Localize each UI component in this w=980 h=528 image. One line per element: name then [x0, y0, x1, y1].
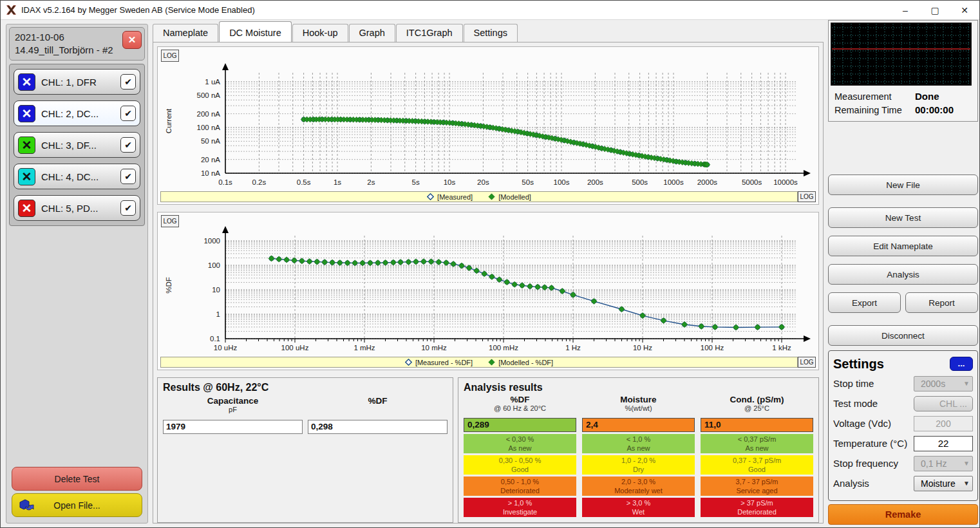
channel-color-x-icon: ✕: [18, 137, 35, 154]
current-chart-panel: LOG1 uA500 nA200 nA100 nA50 nA20 nA10 nA…: [157, 46, 819, 205]
channel-list: ✕CHL: 1, DFR✔✕CHL: 2, DC...✔✕CHL: 3, DF.…: [9, 64, 145, 226]
svg-text:2s: 2s: [367, 178, 375, 186]
svg-text:100 nA: 100 nA: [197, 124, 221, 131]
channel-item-1[interactable]: ✕CHL: 1, DFR✔: [14, 69, 140, 95]
analysis-title: Analysis results: [464, 382, 813, 393]
channel-checkbox[interactable]: ✔: [120, 74, 136, 90]
maximize-icon[interactable]: ▢: [920, 1, 950, 20]
stop-frequency-label: Stop frequency: [833, 458, 914, 469]
temperature-label: Temperature (°C): [833, 438, 914, 449]
analysis-band-yellow: 0,37 - 3,7 pS/mGood: [701, 455, 813, 475]
temperature-field[interactable]: 22: [914, 436, 973, 451]
channel-label: CHL: 1, DFR: [35, 77, 120, 88]
svg-text:200 nA: 200 nA: [197, 110, 221, 118]
df-vs-frequency-plot: 10001001010.110 uHz100 uHz1 mHz10 mHz100…: [161, 212, 815, 357]
svg-text:20 nA: 20 nA: [201, 156, 220, 164]
analysis-column-header: %DF: [464, 395, 576, 404]
analysis-panel: Analysis results %DF@ 60 Hz & 20°C0,289<…: [458, 377, 819, 523]
chevron-down-icon: ▼: [963, 460, 970, 467]
main-content: NameplateDC MoistureHook-upGraphITC1Grap…: [153, 23, 824, 523]
legend-item-measured: [Measured - %DF]: [405, 359, 473, 366]
svg-text:10 uHz: 10 uHz: [214, 344, 238, 352]
stop-time-label: Stop time: [833, 378, 914, 389]
settings-title: Settings: [833, 357, 884, 372]
modelled-marker-icon: [488, 359, 495, 366]
channel-item-3[interactable]: ✕CHL: 3, DF...✔: [14, 132, 140, 158]
analysis-button[interactable]: Analysis: [828, 264, 978, 285]
channel-checkbox[interactable]: ✔: [120, 200, 136, 216]
results-panel: Results @ 60Hz, 22°C Capacitance pF 1979…: [157, 377, 453, 523]
log-scale-toggle[interactable]: LOG: [798, 357, 816, 368]
svg-text:0.1s: 0.1s: [218, 178, 232, 186]
minimize-icon[interactable]: –: [890, 1, 920, 20]
channel-checkbox[interactable]: ✔: [120, 137, 136, 153]
analysis-column-header: Cond. (pS/m): [701, 395, 813, 404]
channel-color-x-icon: ✕: [18, 168, 35, 185]
analysis-column-subheader: %(wt/wt): [582, 404, 695, 414]
chart-legend-row: [Measured][Modelled]LOG: [160, 191, 816, 202]
stop-time-select: 2000s▼: [914, 376, 973, 391]
edit-nameplate-button[interactable]: Edit Nameplate: [828, 236, 978, 256]
svg-text:10 Hz: 10 Hz: [633, 344, 652, 352]
analysis-value: 0,289: [464, 418, 576, 432]
legend-item-modelled: [Modelled]: [488, 193, 531, 201]
chevron-down-icon: ▼: [963, 480, 970, 487]
svg-text:1: 1: [216, 310, 220, 318]
open-file-button[interactable]: Open File...: [12, 493, 142, 517]
tab-nameplate[interactable]: Nameplate: [153, 24, 218, 42]
log-scale-toggle[interactable]: LOG: [161, 215, 179, 227]
settings-panel: Settings ... Stop time 2000s▼ Test mode …: [828, 350, 978, 501]
capacitance-value: 1979: [163, 420, 303, 434]
measurement-status-box: Measurement Done Remaining Time 00:00:00: [828, 20, 978, 122]
analysis-band-red: > 3,0 %Wet: [582, 498, 695, 517]
channel-color-x-icon: ✕: [18, 73, 35, 91]
export-button[interactable]: Export: [828, 292, 901, 313]
df-chart-panel: LOG10001001010.110 uHz100 uHz1 mHz10 mHz…: [157, 212, 819, 370]
remaining-time-label: Remaining Time: [834, 105, 915, 115]
new-test-button[interactable]: New Test: [828, 207, 978, 228]
tab-settings[interactable]: Settings: [464, 24, 518, 42]
results-title: Results @ 60Hz, 22°C: [163, 382, 448, 393]
report-button[interactable]: Report: [905, 292, 978, 313]
svg-text:1 uA: 1 uA: [205, 78, 220, 86]
tab-hook-up[interactable]: Hook-up: [292, 24, 348, 42]
test-mode-label: Test mode: [833, 398, 914, 409]
log-scale-toggle[interactable]: LOG: [161, 50, 179, 62]
channel-item-4[interactable]: ✕CHL: 4, DC...✔: [14, 164, 140, 189]
app-window: IDAX v5.2.164 by Megger Sweden AB (Servi…: [0, 0, 980, 528]
svg-text:%DF: %DF: [165, 277, 173, 294]
svg-text:100s: 100s: [554, 178, 570, 186]
disconnect-button[interactable]: Disconnect: [828, 325, 978, 346]
tab-itc1graph[interactable]: ITC1Graph: [396, 24, 463, 42]
analysis-column-2: Moisture%(wt/wt)2,4< 1,0 %As new1,0 - 2,…: [582, 395, 695, 517]
chart-legend: [Measured][Modelled]: [160, 191, 798, 202]
analysis-band-orange: 3,7 - 37 pS/mService aged: [701, 476, 813, 496]
svg-text:100: 100: [208, 261, 220, 269]
open-file-card: 2021-10-06 14.49_till_Torbjörn - #2 ✕: [9, 27, 145, 61]
title-bar: IDAX v5.2.164 by Megger Sweden AB (Servi…: [1, 1, 979, 20]
tab-graph[interactable]: Graph: [349, 24, 395, 42]
settings-more-button[interactable]: ...: [950, 357, 973, 371]
svg-text:200s: 200s: [587, 178, 603, 186]
close-icon[interactable]: ✕: [950, 1, 979, 20]
channel-checkbox[interactable]: ✔: [120, 106, 136, 121]
analysis-type-select[interactable]: Moisture▼: [914, 476, 973, 491]
analysis-band-yellow: 0,30 - 0,50 %Good: [464, 455, 576, 475]
channel-item-5[interactable]: ✕CHL: 5, PD...✔: [14, 195, 140, 221]
channel-item-2[interactable]: ✕CHL: 2, DC...✔: [14, 100, 140, 126]
tab-dc-moisture[interactable]: DC Moisture: [219, 21, 292, 42]
file-close-button[interactable]: ✕: [122, 31, 142, 49]
svg-text:1s: 1s: [334, 178, 341, 186]
analysis-band-green: < 0,30 %As new: [464, 434, 576, 453]
svg-text:10 mHz: 10 mHz: [421, 344, 447, 352]
dc-moisture-tab-body: LOG1 uA500 nA200 nA100 nA50 nA20 nA10 nA…: [153, 42, 824, 523]
current-vs-time-plot: 1 uA500 nA200 nA100 nA50 nA20 nA10 nA0.1…: [161, 47, 815, 191]
remake-button[interactable]: Remake: [828, 504, 978, 525]
log-scale-toggle[interactable]: LOG: [798, 191, 816, 202]
sidebar: 2021-10-06 14.49_till_Torbjörn - #2 ✕ ✕C…: [6, 24, 148, 523]
new-file-button[interactable]: New File: [828, 174, 978, 195]
chart-legend: [Measured - %DF][Modelled - %DF]: [160, 357, 798, 368]
svg-text:20s: 20s: [477, 178, 489, 186]
channel-checkbox[interactable]: ✔: [120, 169, 136, 184]
delete-test-button[interactable]: Delete Test: [12, 467, 142, 491]
